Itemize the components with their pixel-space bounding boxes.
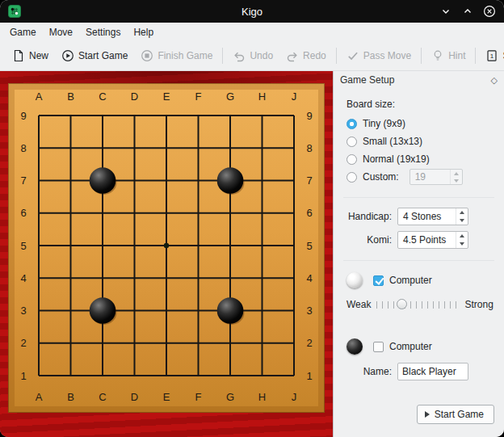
minimize-icon[interactable] bbox=[439, 5, 452, 18]
komi-up-icon[interactable] bbox=[456, 232, 468, 240]
handicap-spinbox[interactable]: 4 Stones bbox=[397, 208, 468, 225]
window-title: Kigo bbox=[0, 6, 504, 18]
checkmark-icon bbox=[346, 49, 359, 62]
strong-label: Strong bbox=[464, 299, 493, 310]
toolbar-button-new[interactable]: New bbox=[6, 44, 55, 67]
svg-text:4: 4 bbox=[20, 272, 26, 284]
toolbar-button-label: New bbox=[29, 50, 48, 61]
svg-text:E: E bbox=[163, 391, 170, 403]
komi-spinbox[interactable]: 4.5 Points bbox=[397, 231, 468, 249]
custom-size-spinbox: 19 bbox=[410, 169, 463, 185]
radio-button[interactable] bbox=[346, 137, 357, 147]
go-stone-black bbox=[217, 167, 244, 194]
handicap-down-icon[interactable] bbox=[456, 216, 468, 225]
svg-text:4: 4 bbox=[306, 272, 312, 284]
svg-text:A: A bbox=[36, 90, 43, 103]
white-computer-checkrow[interactable]: Computer bbox=[373, 275, 432, 286]
black-computer-label: Computer bbox=[389, 341, 432, 352]
menu-item-settings[interactable]: Settings bbox=[79, 24, 127, 40]
menu-item-help[interactable]: Help bbox=[127, 24, 160, 40]
radio-label: Small (13x13) bbox=[363, 136, 422, 147]
toolbar-button-show-move-numbers[interactable]: 1Show Move Numbers bbox=[479, 44, 504, 67]
svg-text:5: 5 bbox=[306, 240, 312, 252]
radio-label: Custom: bbox=[363, 171, 399, 183]
panel-body: Board size: Tiny (9x9)Small (13x13)Norma… bbox=[334, 89, 504, 437]
name-row: Name: bbox=[342, 363, 496, 380]
svg-text:2: 2 bbox=[306, 337, 312, 349]
svg-text:1: 1 bbox=[20, 370, 26, 382]
go-board[interactable]: AABBCCDDEEFFGGHHJJ998877665544332211 bbox=[8, 83, 325, 413]
svg-text:6: 6 bbox=[20, 207, 26, 219]
svg-text:1: 1 bbox=[490, 53, 494, 60]
komi-label: Komi: bbox=[342, 234, 392, 246]
move-numbers-icon: 1 bbox=[485, 49, 498, 62]
toolbar-button-hint: Hint bbox=[425, 44, 472, 67]
menu-item-game[interactable]: Game bbox=[3, 24, 43, 40]
toolbar-button-label: Redo bbox=[303, 50, 326, 61]
radio-button[interactable] bbox=[346, 119, 357, 129]
radio-label: Tiny (9x9) bbox=[363, 118, 405, 129]
handicap-value: 4 Stones bbox=[398, 208, 456, 225]
menu-item-move[interactable]: Move bbox=[43, 24, 79, 40]
window-controls bbox=[439, 5, 496, 18]
strength-slider[interactable] bbox=[376, 298, 459, 311]
board-size-option-0[interactable]: Tiny (9x9) bbox=[342, 115, 496, 132]
weak-label: Weak bbox=[346, 299, 371, 310]
slider-handle[interactable] bbox=[397, 299, 407, 309]
toolbar-button-label: Pass Move bbox=[363, 50, 411, 61]
go-stone-black bbox=[90, 167, 116, 194]
handicap-up-icon[interactable] bbox=[456, 208, 468, 216]
lightbulb-icon bbox=[431, 49, 444, 62]
board-size-option-3[interactable]: Custom:19 bbox=[342, 168, 496, 186]
board-size-options: Tiny (9x9)Small (13x13)Normal (19x19)Cus… bbox=[342, 115, 496, 186]
svg-text:D: D bbox=[131, 391, 138, 403]
go-board-area: AABBCCDDEEFFGGHHJJ998877665544332211 bbox=[0, 71, 333, 437]
svg-text:J: J bbox=[292, 90, 297, 103]
app-icon bbox=[8, 5, 21, 18]
go-stone-black bbox=[217, 297, 244, 324]
svg-text:E: E bbox=[163, 90, 170, 103]
close-icon[interactable] bbox=[483, 5, 496, 18]
svg-text:8: 8 bbox=[20, 142, 26, 154]
svg-text:F: F bbox=[195, 391, 202, 403]
svg-text:F: F bbox=[195, 90, 202, 103]
svg-text:9: 9 bbox=[20, 110, 26, 122]
black-computer-checkbox[interactable] bbox=[373, 342, 384, 352]
redo-icon bbox=[286, 49, 299, 62]
board-size-option-2[interactable]: Normal (19x19) bbox=[342, 150, 496, 168]
svg-text:9: 9 bbox=[306, 110, 312, 122]
svg-text:B: B bbox=[67, 90, 74, 103]
svg-text:7: 7 bbox=[20, 174, 26, 187]
toolbar-separator bbox=[336, 48, 337, 64]
custom-up-icon bbox=[451, 170, 462, 177]
game-setup-panel: Game Setup ◇ Board size: Tiny (9x9)Small… bbox=[333, 71, 504, 437]
radio-button[interactable] bbox=[346, 154, 357, 165]
toolbar-button-undo: Undo bbox=[226, 44, 279, 67]
black-player-name-input[interactable] bbox=[397, 363, 468, 380]
toolbar: NewStart GameFinish GameUndoRedoPass Mov… bbox=[0, 41, 504, 71]
black-computer-checkrow[interactable]: Computer bbox=[373, 341, 432, 352]
svg-text:5: 5 bbox=[20, 240, 26, 252]
radio-button[interactable] bbox=[346, 172, 357, 183]
white-computer-checkbox[interactable] bbox=[373, 275, 384, 286]
svg-text:B: B bbox=[67, 391, 74, 403]
new-document-icon bbox=[12, 49, 25, 62]
toolbar-button-pass-move: Pass Move bbox=[340, 44, 418, 67]
toolbar-button-label: Finish Game bbox=[158, 50, 212, 61]
finish-circle-icon bbox=[141, 49, 153, 62]
kigo-window: Kigo GameMoveSettingsHelp NewStart GameF… bbox=[0, 0, 504, 437]
toolbar-separator bbox=[421, 48, 422, 64]
toolbar-button-start-game[interactable]: Start Game bbox=[55, 44, 134, 67]
toolbar-button-finish-game: Finish Game bbox=[134, 44, 219, 67]
board-size-option-1[interactable]: Small (13x13) bbox=[342, 132, 496, 150]
titlebar: Kigo bbox=[0, 0, 504, 23]
svg-text:D: D bbox=[131, 90, 138, 103]
undo-icon bbox=[233, 49, 246, 62]
start-game-button[interactable]: Start Game bbox=[417, 405, 494, 424]
panel-float-icon[interactable]: ◇ bbox=[491, 75, 498, 86]
komi-value: 4.5 Points bbox=[398, 232, 456, 248]
svg-text:H: H bbox=[258, 90, 266, 103]
svg-text:A: A bbox=[36, 391, 43, 403]
maximize-icon[interactable] bbox=[461, 5, 474, 18]
komi-down-icon[interactable] bbox=[456, 240, 468, 248]
